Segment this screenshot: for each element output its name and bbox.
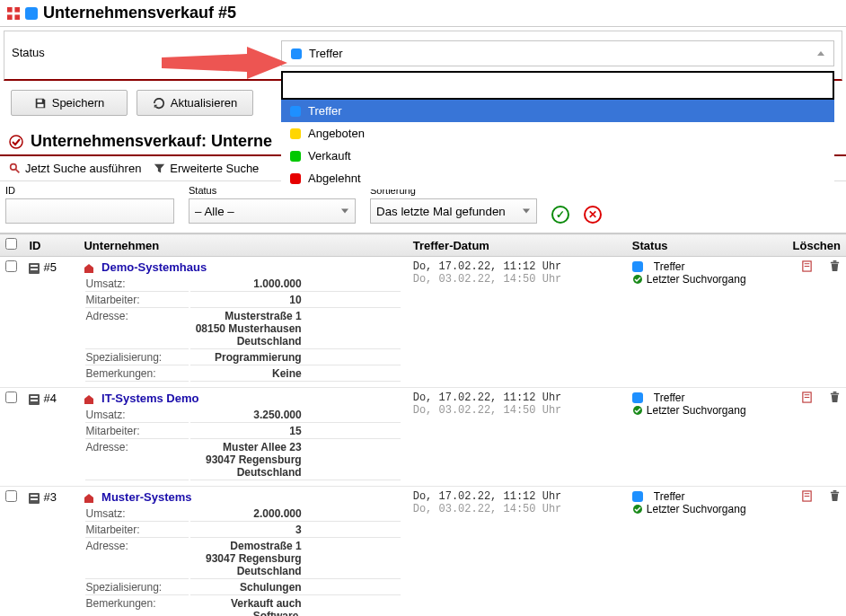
row-status: Treffer <box>654 490 685 503</box>
note-icon[interactable] <box>801 490 813 502</box>
hit-date: Do, 17.02.22, 11:12 Uhr <box>413 392 621 404</box>
search-icon <box>9 163 21 174</box>
status-option[interactable]: Abgelehnt <box>281 167 834 189</box>
section-title: Unternehmensverkauf: Unterne <box>31 132 272 151</box>
row-checkbox[interactable] <box>5 260 17 272</box>
row-checkbox[interactable] <box>5 392 17 403</box>
filter-id-label: ID <box>5 185 174 196</box>
svg-rect-3 <box>14 14 20 20</box>
svg-rect-0 <box>7 7 13 13</box>
svg-rect-11 <box>31 268 38 270</box>
svg-rect-2 <box>7 14 13 20</box>
prev-date: Do, 03.02.22, 14:50 Uhr <box>413 404 621 417</box>
row-status-sub: Letzter Suchvorgang <box>647 503 746 515</box>
table-row: #5 Demo-Systemhaus Umsatz:1.000.000 Mita… <box>0 257 846 388</box>
status-dot-icon <box>290 106 301 117</box>
hit-date: Do, 17.02.22, 11:12 Uhr <box>413 490 621 503</box>
page-title: Unternehmensverkauf #5 <box>43 4 236 22</box>
row-status: Treffer <box>654 392 685 404</box>
status-option[interactable]: Treffer <box>281 100 834 122</box>
funnel-icon <box>154 163 165 174</box>
svg-rect-10 <box>31 265 38 267</box>
company-icon <box>84 263 94 274</box>
filter-sort-select[interactable] <box>370 198 537 224</box>
note-icon[interactable] <box>801 392 813 403</box>
prev-date: Do, 03.02.22, 14:50 Uhr <box>413 273 621 286</box>
status-select[interactable]: Treffer <box>281 40 834 66</box>
status-dot-icon <box>291 48 302 59</box>
status-dropdown-panel: TrefferAngebotenVerkauftAbgelehnt <box>281 71 834 189</box>
status-option[interactable]: Angeboten <box>281 122 834 145</box>
svg-rect-17 <box>31 396 38 398</box>
svg-rect-24 <box>31 495 38 497</box>
row-id: #3 <box>43 490 56 504</box>
company-icon <box>84 394 94 405</box>
row-status-sub: Letzter Suchvorgang <box>647 273 746 286</box>
refresh-icon <box>153 97 165 110</box>
status-dot-icon <box>632 392 643 403</box>
save-icon <box>34 97 47 110</box>
svg-line-8 <box>15 169 19 172</box>
record-icon <box>29 263 40 274</box>
row-status-sub: Letzter Suchvorgang <box>647 404 746 417</box>
header-date[interactable]: Treffer-Datum <box>408 234 627 257</box>
check-icon <box>632 405 643 416</box>
svg-rect-1 <box>14 7 20 13</box>
header-id[interactable]: ID <box>23 234 78 257</box>
status-dot-icon <box>632 491 643 502</box>
company-link[interactable]: Muster-Systems <box>101 490 191 504</box>
clear-filter-button[interactable]: ✕ <box>584 206 602 224</box>
save-button[interactable]: Speichern <box>11 90 128 116</box>
status-dot-icon <box>632 261 643 272</box>
status-dropdown-search[interactable] <box>281 71 834 100</box>
apply-filter-button[interactable]: ✓ <box>551 206 569 224</box>
svg-point-7 <box>11 164 17 171</box>
svg-rect-25 <box>31 498 38 500</box>
status-label: Status <box>12 40 281 59</box>
trash-icon[interactable] <box>829 260 841 272</box>
status-dot-icon <box>290 128 301 139</box>
row-status: Treffer <box>654 260 685 273</box>
status-dot-icon <box>290 151 301 162</box>
row-id: #5 <box>43 260 56 274</box>
company-link[interactable]: IT-Systems Demo <box>101 392 198 405</box>
chevron-up-icon <box>817 51 824 56</box>
company-link[interactable]: Demo-Systemhaus <box>101 260 207 274</box>
check-icon <box>632 504 643 515</box>
select-all-checkbox[interactable] <box>5 238 17 250</box>
hit-date: Do, 17.02.22, 11:12 Uhr <box>413 260 621 273</box>
status-option[interactable]: Verkauft <box>281 145 834 167</box>
refresh-button[interactable]: Aktualisieren <box>137 90 253 116</box>
svg-rect-4 <box>37 99 41 102</box>
header-delete: Löschen <box>773 234 846 257</box>
prev-date: Do, 03.02.22, 14:50 Uhr <box>413 503 621 515</box>
svg-rect-5 <box>37 103 43 107</box>
svg-point-6 <box>10 136 22 148</box>
filter-id-input[interactable] <box>5 198 174 224</box>
header-company[interactable]: Unternehmen <box>78 234 407 257</box>
status-select-value: Treffer <box>309 47 343 60</box>
trash-icon[interactable] <box>829 392 841 403</box>
row-id: #4 <box>43 392 56 405</box>
table-row: #4 IT-Systems Demo Umsatz:3.250.000 Mita… <box>0 388 846 487</box>
chevron-down-icon <box>341 209 348 214</box>
status-square-icon <box>25 7 38 20</box>
company-icon <box>84 493 94 504</box>
check-icon <box>632 274 643 285</box>
header-status[interactable]: Status <box>627 234 773 257</box>
trash-icon[interactable] <box>829 490 841 502</box>
run-search-link[interactable]: Jetzt Suche ausführen <box>9 162 141 175</box>
status-dot-icon <box>290 173 301 184</box>
check-circle-icon <box>9 135 23 149</box>
note-icon[interactable] <box>801 260 813 272</box>
record-icon <box>29 394 40 405</box>
chevron-down-icon <box>523 209 530 214</box>
filter-status-select[interactable] <box>189 198 356 224</box>
record-icon <box>29 493 40 504</box>
advanced-search-link[interactable]: Erweiterte Suche <box>154 162 259 175</box>
app-icon <box>7 7 20 20</box>
row-checkbox[interactable] <box>5 490 17 502</box>
table-row: #3 Muster-Systems Umsatz:2.000.000 Mitar… <box>0 487 846 617</box>
svg-rect-18 <box>31 400 38 401</box>
